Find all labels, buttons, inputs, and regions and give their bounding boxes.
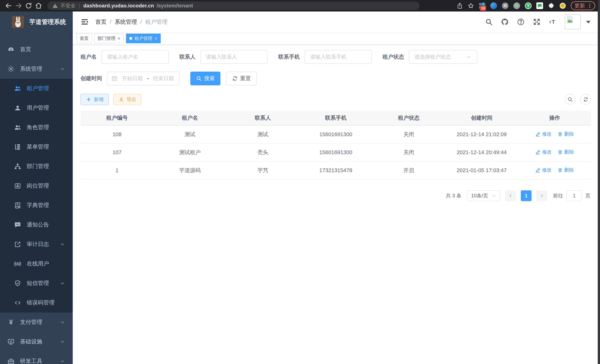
edit-link[interactable]: 修改 — [535, 131, 552, 137]
browser-menu-kebab-icon[interactable] — [587, 3, 593, 9]
mobile-input[interactable] — [305, 50, 372, 64]
browser-update-button[interactable]: 更新 — [571, 1, 595, 10]
window-scrollbar-strip[interactable] — [598, 0, 600, 364]
font-size-icon[interactable]: TT — [549, 18, 557, 26]
edit-icon — [535, 168, 540, 173]
bookmark-star-icon[interactable] — [468, 2, 474, 9]
tenant-name-input[interactable] — [102, 50, 169, 64]
sidebar-item-tenant[interactable]: 租户管理 — [0, 79, 73, 98]
sidebar-item-pay[interactable]: ¥支付管理 — [0, 312, 73, 332]
sidebar-item-role[interactable]: 角色管理 — [0, 118, 73, 137]
sidebar-item-devtool[interactable]: 研发工具 — [0, 351, 73, 364]
table-row: 1芋道源码芋艿17321315478开启2021-01-05 17:03:47修… — [81, 161, 591, 179]
sidebar-item-sms[interactable]: 短信管理 — [0, 273, 73, 293]
delete-link[interactable]: 删除 — [558, 167, 574, 173]
status-select[interactable]: 请选择租户状态 — [409, 50, 477, 64]
github-icon[interactable] — [501, 18, 509, 26]
audit-icon — [14, 241, 21, 248]
sidebar-item-audit[interactable]: 审计日志 — [0, 234, 73, 254]
add-button[interactable]: 新增 — [81, 94, 109, 105]
delete-label: 删除 — [564, 167, 574, 173]
delete-link[interactable]: 删除 — [558, 149, 574, 155]
contact-input[interactable] — [200, 50, 268, 64]
code-icon — [14, 299, 21, 306]
dot-extension-icon[interactable] — [513, 2, 520, 9]
cell-actions: 修改删除 — [518, 161, 591, 179]
page-number-button[interactable]: 1 — [521, 190, 532, 201]
table-header-row: 租户编号租户名联系人联系手机租户状态创建时间操作 — [81, 111, 591, 125]
breadcrumb-home[interactable]: 首页 — [95, 18, 106, 26]
sidebar-item-label: 字典管理 — [27, 202, 65, 209]
sidebar-item-menu[interactable]: 菜单管理 — [0, 137, 73, 157]
browser-home-icon[interactable] — [35, 2, 42, 9]
user-avatar[interactable] — [565, 14, 581, 29]
url-divider — [79, 3, 80, 8]
tampermonkey-extension-icon[interactable]: 10 — [479, 2, 486, 9]
security-label[interactable]: 不安全 — [60, 2, 75, 9]
refresh-table-button[interactable] — [580, 94, 591, 105]
url-host: dashboard.yudao.iocoder.cn — [83, 3, 154, 9]
tab-部门管理[interactable]: 部门管理× — [94, 34, 124, 43]
security-warning-icon[interactable] — [52, 3, 58, 9]
search-icon — [567, 97, 573, 102]
reset-button[interactable]: 重置 — [226, 72, 257, 85]
online-icon — [14, 260, 21, 267]
search-button[interactable]: 搜索 — [190, 72, 220, 85]
edit-link[interactable]: 修改 — [535, 149, 552, 155]
sidebar-item-notice[interactable]: 通知公告 — [0, 215, 73, 234]
avatar-caret-down-icon[interactable] — [584, 18, 592, 26]
tab-close-icon[interactable]: × — [118, 36, 120, 41]
page-size-select[interactable]: 10条/页 — [467, 190, 500, 201]
tab-租户管理[interactable]: 租户管理× — [126, 34, 161, 43]
export-button[interactable]: 导出 — [113, 94, 141, 105]
address-bar[interactable]: 不安全 dashboard.yudao.iocoder.cn/system/te… — [47, 1, 420, 10]
tab-close-icon[interactable]: × — [155, 36, 157, 41]
delete-label: 删除 — [564, 149, 574, 155]
fullscreen-icon[interactable] — [533, 18, 541, 26]
sidebar-item-online[interactable]: 在线用户 — [0, 254, 73, 273]
breadcrumb-system[interactable]: 系统管理 — [115, 18, 137, 26]
puzzle-extension-icon[interactable] — [548, 2, 555, 9]
tab-首页[interactable]: 首页 — [76, 34, 92, 43]
edit-link[interactable]: 修改 — [535, 167, 552, 173]
sidebar-collapse-icon[interactable] — [81, 18, 89, 26]
sidebar-item-system[interactable]: 系统管理 — [0, 59, 73, 79]
reset-button-label: 重置 — [240, 75, 251, 82]
sidebar-item-home[interactable]: 首页 — [0, 40, 73, 59]
cell-contact: 测试 — [226, 125, 299, 143]
browser-back-icon[interactable] — [5, 2, 12, 9]
browser-reload-icon[interactable] — [25, 2, 32, 9]
sidebar-item-dict[interactable]: 字典管理 — [0, 196, 73, 215]
sidebar-item-errorcode[interactable]: 错误码管理 — [0, 293, 73, 312]
select-placeholder: 请选择租户状态 — [414, 53, 466, 60]
create-time-range-picker[interactable]: 开始日期 - 结束日期 — [107, 72, 180, 85]
browser-forward-icon[interactable] — [15, 2, 22, 9]
prev-page-button[interactable] — [505, 190, 516, 201]
goto-page-input[interactable] — [566, 190, 582, 201]
sidebar-item-post[interactable]: 岗位管理 — [0, 176, 73, 196]
chevron-down-icon — [60, 358, 65, 364]
page-unit-label: 页 — [585, 192, 590, 199]
app-logo-row[interactable]: 芋道管理系统 — [0, 11, 73, 32]
cell-actions: 修改删除 — [518, 143, 591, 161]
toggle-search-button[interactable] — [565, 94, 575, 105]
delete-link[interactable]: 删除 — [558, 131, 574, 137]
chat-green-extension-icon[interactable] — [536, 2, 543, 9]
sidebar-item-label: 部门管理 — [27, 162, 65, 170]
help-icon[interactable] — [517, 18, 525, 26]
emoji-extension-icon[interactable] — [559, 2, 566, 9]
search-icon[interactable] — [485, 18, 493, 26]
balloon-extension-icon[interactable] — [490, 2, 497, 9]
y-green-extension-icon[interactable]: Y — [525, 2, 532, 9]
share-icon[interactable] — [456, 2, 463, 9]
org-icon — [14, 163, 21, 170]
next-page-button[interactable] — [536, 190, 547, 201]
pagination: 共 3 条 10条/页 1 — [81, 190, 591, 201]
command-extension-icon[interactable]: ⌘ — [502, 2, 509, 9]
sidebar-item-dept[interactable]: 部门管理 — [0, 157, 73, 176]
filter-label: 租户状态 — [383, 53, 404, 61]
page-size-value: 10条/页 — [471, 192, 488, 199]
cell-mobile: 15601691300 — [299, 143, 372, 161]
sidebar-item-user[interactable]: 用户管理 — [0, 98, 73, 118]
sidebar-item-infra[interactable]: 基础设施 — [0, 332, 73, 351]
